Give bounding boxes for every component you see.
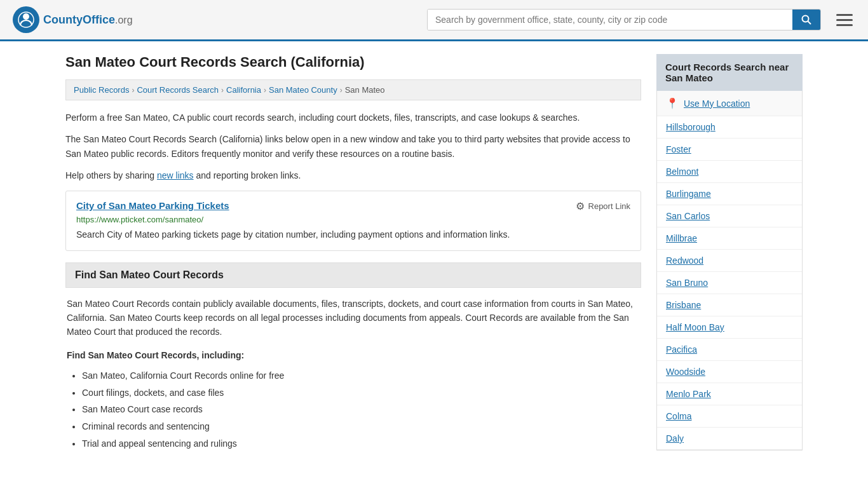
sidebar-location-item-daly[interactable]: Daly (657, 428, 802, 450)
find-records-section: Find San Mateo Court Records San Mateo C… (65, 262, 641, 452)
site-logo[interactable]: CountyOffice.org (13, 6, 133, 33)
find-records-header: Find San Mateo Court Records (65, 262, 641, 288)
search-input[interactable] (428, 10, 792, 30)
find-records-list-item: Criminal records and sentencing (82, 418, 640, 435)
sidebar-location-item-brisbane[interactable]: Brisbane (657, 294, 802, 316)
sidebar-location-name: Pacifica (666, 344, 697, 355)
svg-point-0 (23, 13, 29, 20)
sidebar-location-item-millbrae[interactable]: Millbrae (657, 227, 802, 250)
sidebar-location-name: Menlo Park (666, 389, 711, 399)
sidebar-location-name: Half Moon Bay (666, 322, 724, 332)
logo-text: CountyOffice.org (43, 13, 133, 27)
use-my-location-label: Use My Location (684, 98, 750, 109)
sidebar-location-item-menlo-park[interactable]: Menlo Park (657, 383, 802, 405)
link-card-title[interactable]: City of San Mateo Parking Tickets (76, 200, 229, 211)
breadcrumb-court-records-search[interactable]: Court Records Search (137, 85, 219, 95)
svg-line-3 (808, 22, 811, 25)
find-records-list-item: San Mateo, California Court Records onli… (82, 367, 640, 384)
menu-line-1 (836, 14, 853, 16)
find-records-list-item: San Mateo Court case records (82, 401, 640, 418)
main-wrapper: San Mateo Court Records Search (Californ… (53, 41, 815, 464)
sidebar-location-name: Belmont (666, 166, 698, 177)
sidebar-location-list: 📍 Use My Location HillsboroughFosterBelm… (656, 91, 803, 451)
search-bar (427, 9, 821, 30)
breadcrumb-san-mateo: San Mateo (345, 85, 385, 95)
breadcrumb-san-mateo-county[interactable]: San Mateo County (269, 85, 337, 95)
new-links-link[interactable]: new links (157, 170, 194, 180)
logo-icon (13, 6, 39, 33)
breadcrumb-sep-1: › (132, 86, 134, 95)
sidebar-location-name: Redwood (666, 255, 703, 266)
logo-org: .org (115, 15, 133, 25)
breadcrumb-sep-2: › (221, 86, 224, 95)
search-button[interactable] (792, 10, 820, 30)
find-records-list-item: Trial and appeal sentencing and rulings (82, 435, 640, 452)
sidebar-location-item-colma[interactable]: Colma (657, 405, 802, 428)
sidebar-location-item-hillsborough[interactable]: Hillsborough (657, 116, 802, 139)
breadcrumb-sep-3: › (264, 86, 266, 95)
sidebar-location-name: Burlingame (666, 189, 711, 199)
intro-p3-end: and reporting broken links. (194, 170, 301, 180)
breadcrumb: Public Records › Court Records Search › … (65, 79, 641, 100)
link-card-header: City of San Mateo Parking Tickets ⚙ Repo… (76, 200, 630, 212)
sidebar-location-item-half-moon-bay[interactable]: Half Moon Bay (657, 316, 802, 339)
report-link-label: Report Link (588, 201, 630, 211)
sidebar-location-item-belmont[interactable]: Belmont (657, 161, 802, 183)
breadcrumb-sep-4: › (340, 86, 342, 95)
sidebar-location-item-redwood[interactable]: Redwood (657, 250, 802, 272)
pin-icon: 📍 (666, 97, 679, 109)
find-records-including-label: Find San Mateo Court Records, including: (67, 348, 640, 362)
breadcrumb-public-records[interactable]: Public Records (74, 85, 129, 95)
sidebar-location-name: San Bruno (666, 278, 708, 288)
sidebar-location-name: Daly (666, 433, 684, 444)
sidebar: Court Records Search near San Mateo 📍 Us… (656, 54, 803, 452)
sidebar-locations-container: HillsboroughFosterBelmontBurlingameSan C… (657, 116, 802, 450)
report-link-button[interactable]: ⚙ Report Link (576, 200, 630, 212)
intro-p3-start: Help others by sharing (65, 170, 157, 180)
sidebar-location-name: Colma (666, 411, 691, 421)
sidebar-location-item-woodside[interactable]: Woodside (657, 361, 802, 383)
link-card-parking: City of San Mateo Parking Tickets ⚙ Repo… (65, 191, 641, 251)
intro-paragraph-3: Help others by sharing new links and rep… (65, 168, 641, 182)
link-card-description: Search City of Mateo parking tickets pag… (76, 228, 630, 241)
intro-paragraph-1: Perform a free San Mateo, CA public cour… (65, 111, 641, 125)
site-header: CountyOffice.org (0, 0, 868, 41)
intro-paragraph-2: The San Mateo Court Records Search (Cali… (65, 132, 641, 161)
sidebar-location-name: Hillsborough (666, 122, 715, 132)
find-records-list-item: Court filings, dockets, and case files (82, 384, 640, 402)
sidebar-location-name: Brisbane (666, 300, 701, 310)
report-link-icon: ⚙ (576, 200, 585, 212)
menu-line-3 (836, 24, 853, 26)
menu-line-2 (836, 19, 853, 21)
sidebar-location-item-burlingame[interactable]: Burlingame (657, 183, 802, 205)
sidebar-location-item-foster[interactable]: Foster (657, 139, 802, 161)
sidebar-location-item-san-carlos[interactable]: San Carlos (657, 205, 802, 227)
use-my-location-item[interactable]: 📍 Use My Location (657, 91, 802, 116)
link-card-url[interactable]: https://www.pticket.com/sanmateo/ (76, 215, 630, 224)
find-records-list: San Mateo, California Court Records onli… (82, 367, 640, 452)
sidebar-location-name: San Carlos (666, 211, 710, 221)
breadcrumb-california[interactable]: California (226, 85, 261, 95)
sidebar-location-name: Foster (666, 144, 691, 154)
main-content: San Mateo Court Records Search (Californ… (65, 54, 641, 452)
sidebar-location-item-san-bruno[interactable]: San Bruno (657, 272, 802, 294)
sidebar-header: Court Records Search near San Mateo (656, 54, 803, 91)
logo-county: CountyOffice (43, 13, 115, 26)
find-records-content: San Mateo Court Records contain publicly… (65, 297, 641, 452)
sidebar-location-name: Woodside (666, 367, 705, 377)
sidebar-location-item-pacifica[interactable]: Pacifica (657, 339, 802, 361)
page-title: San Mateo Court Records Search (Californ… (65, 54, 641, 71)
find-records-body: San Mateo Court Records contain publicly… (67, 297, 640, 339)
svg-point-2 (803, 16, 809, 22)
hamburger-menu-button[interactable] (834, 11, 855, 29)
sidebar-location-name: Millbrae (666, 233, 697, 243)
